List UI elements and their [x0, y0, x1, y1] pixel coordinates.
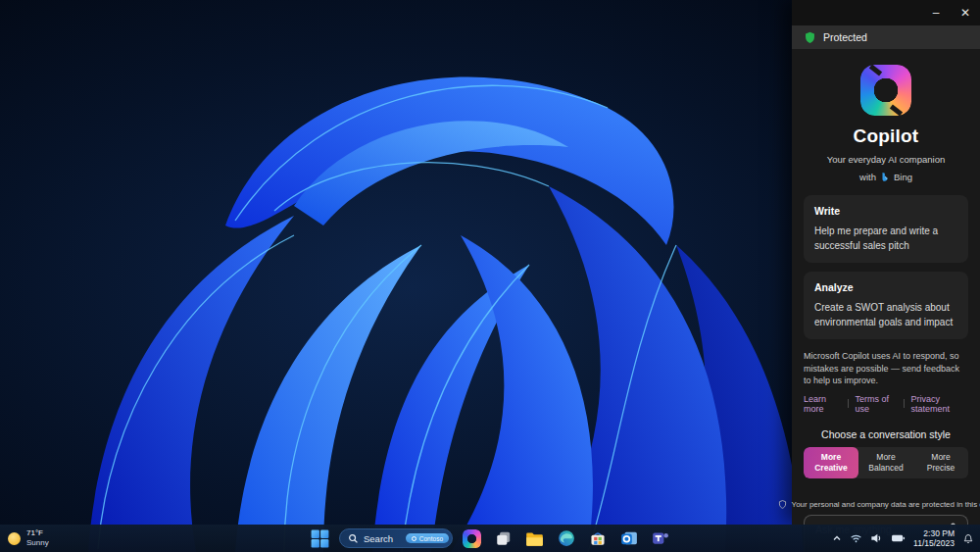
- volume-icon[interactable]: [870, 532, 883, 544]
- protected-status-bar[interactable]: Protected: [792, 25, 980, 49]
- taskbar: 71°F Sunny: [0, 525, 980, 552]
- sunny-weather-icon: [8, 532, 21, 545]
- microsoft-store-icon: [589, 529, 607, 547]
- start-button[interactable]: [308, 527, 332, 550]
- search-placeholder: Search: [364, 533, 393, 544]
- style-option-line2: Precise: [913, 463, 968, 474]
- taskbar-search-box[interactable]: Search Contoso: [339, 528, 453, 548]
- taskbar-icon-outlook[interactable]: [616, 527, 641, 550]
- weather-widget[interactable]: 71°F Sunny: [8, 528, 49, 547]
- privacy-statement-link[interactable]: Privacy statement: [910, 394, 968, 414]
- taskbar-icon-teams[interactable]: [648, 527, 672, 550]
- taskbar-center: Search Contoso: [308, 527, 672, 550]
- data-protection-text: Your personal and company data are prote…: [792, 500, 980, 509]
- system-tray: 2:30 PM 11/15/2023: [832, 528, 974, 548]
- windows-logo-icon: [311, 529, 329, 548]
- copilot-subtitle: Your everyday AI companion: [827, 154, 946, 165]
- desktop-screen: – ✕ Protected Copilot Your everyday AI c…: [0, 0, 980, 552]
- edge-icon: [558, 529, 575, 547]
- conversation-style-switch: More Creative More Balanced More Precise: [804, 447, 968, 478]
- card-title: Write: [814, 205, 957, 217]
- clock-time: 2:30 PM: [923, 528, 955, 538]
- taskbar-icon-copilot[interactable]: [460, 527, 484, 550]
- contoso-badge[interactable]: Contoso: [406, 533, 449, 543]
- close-button[interactable]: ✕: [951, 0, 980, 25]
- with-label: with: [859, 172, 876, 182]
- style-option-creative[interactable]: More Creative: [804, 447, 858, 478]
- card-title: Analyze: [814, 281, 957, 293]
- divider: [904, 399, 905, 408]
- card-body: Help me prepare and write a successful s…: [814, 225, 957, 253]
- ai-disclaimer-text: Microsoft Copilot uses AI to respond, so…: [804, 350, 968, 387]
- suggestion-card-write[interactable]: Write Help me prepare and write a succes…: [804, 195, 968, 263]
- suggestion-card-analyze[interactable]: Analyze Create a SWOT analysis about env…: [804, 272, 968, 339]
- style-option-line2: Creative: [804, 463, 858, 474]
- data-protection-note: Your personal and company data are prote…: [804, 500, 968, 509]
- battery-icon[interactable]: [891, 532, 906, 544]
- task-view-icon: [495, 529, 513, 547]
- taskbar-clock[interactable]: 2:30 PM 11/15/2023: [913, 528, 955, 548]
- contoso-badge-label: Contoso: [419, 535, 443, 542]
- copilot-logo-icon: [860, 65, 911, 116]
- legal-links-row: Learn more Terms of use Privacy statemen…: [804, 394, 968, 414]
- style-option-line1: More: [804, 452, 858, 463]
- copilot-header: Copilot Your everyday AI companion with …: [804, 65, 968, 182]
- taskbar-icon-edge[interactable]: [554, 527, 578, 550]
- copilot-panel: – ✕ Protected Copilot Your everyday AI c…: [792, 0, 980, 525]
- conversation-style-title: Choose a conversation style: [804, 428, 968, 440]
- style-option-line1: More: [858, 452, 913, 463]
- tray-chevron-up-icon[interactable]: [832, 533, 842, 543]
- style-option-line2: Balanced: [858, 463, 913, 474]
- weather-temp: 71°F: [26, 528, 49, 538]
- style-option-balanced[interactable]: More Balanced: [858, 447, 913, 478]
- wifi-icon[interactable]: [850, 532, 862, 544]
- search-icon: [348, 533, 359, 544]
- protected-label: Protected: [823, 31, 867, 43]
- bing-label: Bing: [894, 172, 912, 182]
- minimize-button[interactable]: –: [921, 0, 951, 25]
- copilot-icon: [463, 529, 481, 548]
- shield-outline-icon: [778, 500, 787, 509]
- file-explorer-icon: [525, 529, 544, 548]
- style-option-precise[interactable]: More Precise: [913, 447, 968, 478]
- card-body: Create a SWOT analysis about environment…: [814, 301, 957, 329]
- with-bing-line: with Bing: [859, 172, 912, 182]
- taskbar-icon-task-view[interactable]: [491, 527, 515, 550]
- contoso-logo-icon: [412, 536, 416, 541]
- weather-condition: Sunny: [26, 538, 49, 548]
- shield-icon: [804, 31, 816, 44]
- bing-icon: [880, 172, 890, 182]
- taskbar-icon-file-explorer[interactable]: [522, 527, 547, 550]
- learn-more-link[interactable]: Learn more: [804, 394, 841, 414]
- copilot-title: Copilot: [854, 125, 919, 147]
- notification-bell-icon[interactable]: [962, 532, 974, 545]
- divider: [848, 399, 849, 408]
- taskbar-icon-store[interactable]: [585, 527, 610, 550]
- outlook-icon: [620, 529, 638, 547]
- style-option-line1: More: [913, 452, 968, 463]
- panel-titlebar: – ✕: [792, 0, 980, 25]
- terms-of-use-link[interactable]: Terms of use: [855, 394, 896, 414]
- teams-icon: [652, 529, 669, 547]
- clock-date: 11/15/2023: [913, 538, 955, 548]
